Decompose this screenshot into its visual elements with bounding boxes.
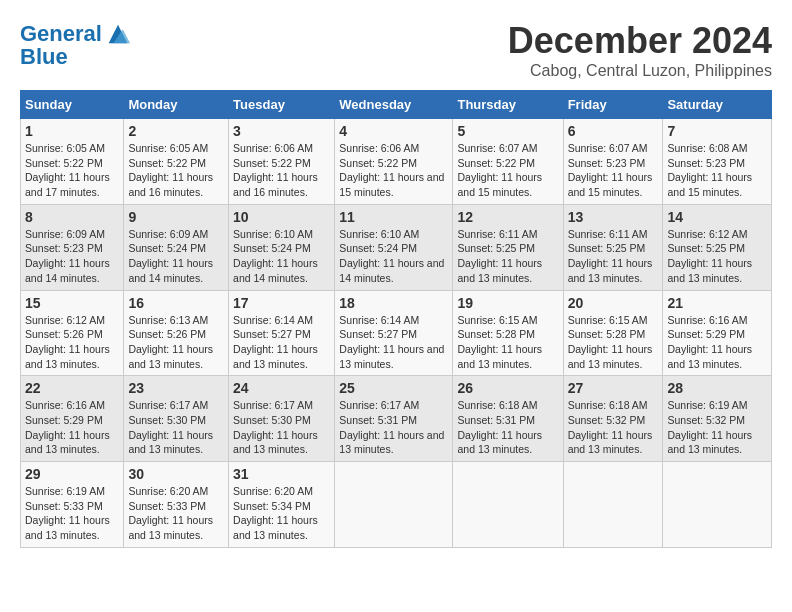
day-number: 17 (233, 295, 330, 311)
day-detail: Sunrise: 6:16 AM Sunset: 5:29 PM Dayligh… (25, 398, 119, 457)
calendar-table: Sunday Monday Tuesday Wednesday Thursday… (20, 90, 772, 548)
table-row (453, 462, 563, 548)
day-number: 10 (233, 209, 330, 225)
table-row: 4 Sunrise: 6:06 AM Sunset: 5:22 PM Dayli… (335, 119, 453, 205)
day-number: 14 (667, 209, 767, 225)
day-number: 11 (339, 209, 448, 225)
table-row: 30 Sunrise: 6:20 AM Sunset: 5:33 PM Dayl… (124, 462, 229, 548)
day-detail: Sunrise: 6:09 AM Sunset: 5:24 PM Dayligh… (128, 227, 224, 286)
table-row: 13 Sunrise: 6:11 AM Sunset: 5:25 PM Dayl… (563, 204, 663, 290)
table-row (563, 462, 663, 548)
week-row-3: 15 Sunrise: 6:12 AM Sunset: 5:26 PM Dayl… (21, 290, 772, 376)
table-row: 5 Sunrise: 6:07 AM Sunset: 5:22 PM Dayli… (453, 119, 563, 205)
table-row: 18 Sunrise: 6:14 AM Sunset: 5:27 PM Dayl… (335, 290, 453, 376)
day-detail: Sunrise: 6:05 AM Sunset: 5:22 PM Dayligh… (128, 141, 224, 200)
day-detail: Sunrise: 6:13 AM Sunset: 5:26 PM Dayligh… (128, 313, 224, 372)
day-detail: Sunrise: 6:15 AM Sunset: 5:28 PM Dayligh… (457, 313, 558, 372)
day-number: 4 (339, 123, 448, 139)
day-number: 24 (233, 380, 330, 396)
day-number: 19 (457, 295, 558, 311)
day-number: 28 (667, 380, 767, 396)
week-row-4: 22 Sunrise: 6:16 AM Sunset: 5:29 PM Dayl… (21, 376, 772, 462)
day-number: 27 (568, 380, 659, 396)
day-number: 30 (128, 466, 224, 482)
day-number: 15 (25, 295, 119, 311)
table-row: 8 Sunrise: 6:09 AM Sunset: 5:23 PM Dayli… (21, 204, 124, 290)
col-thursday: Thursday (453, 91, 563, 119)
table-row: 29 Sunrise: 6:19 AM Sunset: 5:33 PM Dayl… (21, 462, 124, 548)
day-number: 25 (339, 380, 448, 396)
table-row: 2 Sunrise: 6:05 AM Sunset: 5:22 PM Dayli… (124, 119, 229, 205)
col-tuesday: Tuesday (229, 91, 335, 119)
table-row: 22 Sunrise: 6:16 AM Sunset: 5:29 PM Dayl… (21, 376, 124, 462)
day-number: 3 (233, 123, 330, 139)
subtitle: Cabog, Central Luzon, Philippines (508, 62, 772, 80)
day-number: 7 (667, 123, 767, 139)
day-detail: Sunrise: 6:14 AM Sunset: 5:27 PM Dayligh… (233, 313, 330, 372)
day-detail: Sunrise: 6:10 AM Sunset: 5:24 PM Dayligh… (339, 227, 448, 286)
day-number: 13 (568, 209, 659, 225)
day-detail: Sunrise: 6:19 AM Sunset: 5:32 PM Dayligh… (667, 398, 767, 457)
table-row: 16 Sunrise: 6:13 AM Sunset: 5:26 PM Dayl… (124, 290, 229, 376)
table-row: 24 Sunrise: 6:17 AM Sunset: 5:30 PM Dayl… (229, 376, 335, 462)
table-row: 27 Sunrise: 6:18 AM Sunset: 5:32 PM Dayl… (563, 376, 663, 462)
table-row: 11 Sunrise: 6:10 AM Sunset: 5:24 PM Dayl… (335, 204, 453, 290)
table-row: 28 Sunrise: 6:19 AM Sunset: 5:32 PM Dayl… (663, 376, 772, 462)
week-row-2: 8 Sunrise: 6:09 AM Sunset: 5:23 PM Dayli… (21, 204, 772, 290)
day-number: 5 (457, 123, 558, 139)
day-detail: Sunrise: 6:06 AM Sunset: 5:22 PM Dayligh… (233, 141, 330, 200)
day-number: 21 (667, 295, 767, 311)
day-number: 16 (128, 295, 224, 311)
col-wednesday: Wednesday (335, 91, 453, 119)
table-row: 31 Sunrise: 6:20 AM Sunset: 5:34 PM Dayl… (229, 462, 335, 548)
day-number: 22 (25, 380, 119, 396)
table-row: 23 Sunrise: 6:17 AM Sunset: 5:30 PM Dayl… (124, 376, 229, 462)
day-detail: Sunrise: 6:11 AM Sunset: 5:25 PM Dayligh… (568, 227, 659, 286)
day-detail: Sunrise: 6:16 AM Sunset: 5:29 PM Dayligh… (667, 313, 767, 372)
day-number: 6 (568, 123, 659, 139)
day-detail: Sunrise: 6:15 AM Sunset: 5:28 PM Dayligh… (568, 313, 659, 372)
day-number: 18 (339, 295, 448, 311)
table-row: 21 Sunrise: 6:16 AM Sunset: 5:29 PM Dayl… (663, 290, 772, 376)
day-number: 9 (128, 209, 224, 225)
table-row: 7 Sunrise: 6:08 AM Sunset: 5:23 PM Dayli… (663, 119, 772, 205)
table-row: 6 Sunrise: 6:07 AM Sunset: 5:23 PM Dayli… (563, 119, 663, 205)
table-row: 12 Sunrise: 6:11 AM Sunset: 5:25 PM Dayl… (453, 204, 563, 290)
header-row: Sunday Monday Tuesday Wednesday Thursday… (21, 91, 772, 119)
page-header: General Blue December 2024 Cabog, Centra… (20, 20, 772, 80)
col-monday: Monday (124, 91, 229, 119)
table-row: 15 Sunrise: 6:12 AM Sunset: 5:26 PM Dayl… (21, 290, 124, 376)
day-number: 31 (233, 466, 330, 482)
day-detail: Sunrise: 6:20 AM Sunset: 5:33 PM Dayligh… (128, 484, 224, 543)
week-row-5: 29 Sunrise: 6:19 AM Sunset: 5:33 PM Dayl… (21, 462, 772, 548)
week-row-1: 1 Sunrise: 6:05 AM Sunset: 5:22 PM Dayli… (21, 119, 772, 205)
table-row (335, 462, 453, 548)
day-number: 12 (457, 209, 558, 225)
day-detail: Sunrise: 6:08 AM Sunset: 5:23 PM Dayligh… (667, 141, 767, 200)
col-sunday: Sunday (21, 91, 124, 119)
day-detail: Sunrise: 6:17 AM Sunset: 5:30 PM Dayligh… (128, 398, 224, 457)
table-row: 20 Sunrise: 6:15 AM Sunset: 5:28 PM Dayl… (563, 290, 663, 376)
logo-text: General (20, 22, 102, 46)
day-detail: Sunrise: 6:18 AM Sunset: 5:31 PM Dayligh… (457, 398, 558, 457)
day-detail: Sunrise: 6:09 AM Sunset: 5:23 PM Dayligh… (25, 227, 119, 286)
day-detail: Sunrise: 6:07 AM Sunset: 5:23 PM Dayligh… (568, 141, 659, 200)
col-saturday: Saturday (663, 91, 772, 119)
day-detail: Sunrise: 6:12 AM Sunset: 5:25 PM Dayligh… (667, 227, 767, 286)
day-detail: Sunrise: 6:06 AM Sunset: 5:22 PM Dayligh… (339, 141, 448, 200)
table-row: 19 Sunrise: 6:15 AM Sunset: 5:28 PM Dayl… (453, 290, 563, 376)
col-friday: Friday (563, 91, 663, 119)
table-row: 26 Sunrise: 6:18 AM Sunset: 5:31 PM Dayl… (453, 376, 563, 462)
day-detail: Sunrise: 6:17 AM Sunset: 5:30 PM Dayligh… (233, 398, 330, 457)
table-row: 10 Sunrise: 6:10 AM Sunset: 5:24 PM Dayl… (229, 204, 335, 290)
day-detail: Sunrise: 6:07 AM Sunset: 5:22 PM Dayligh… (457, 141, 558, 200)
day-detail: Sunrise: 6:11 AM Sunset: 5:25 PM Dayligh… (457, 227, 558, 286)
day-number: 26 (457, 380, 558, 396)
logo: General Blue (20, 20, 132, 70)
day-detail: Sunrise: 6:20 AM Sunset: 5:34 PM Dayligh… (233, 484, 330, 543)
day-number: 23 (128, 380, 224, 396)
day-detail: Sunrise: 6:10 AM Sunset: 5:24 PM Dayligh… (233, 227, 330, 286)
day-detail: Sunrise: 6:17 AM Sunset: 5:31 PM Dayligh… (339, 398, 448, 457)
table-row: 1 Sunrise: 6:05 AM Sunset: 5:22 PM Dayli… (21, 119, 124, 205)
table-row: 14 Sunrise: 6:12 AM Sunset: 5:25 PM Dayl… (663, 204, 772, 290)
